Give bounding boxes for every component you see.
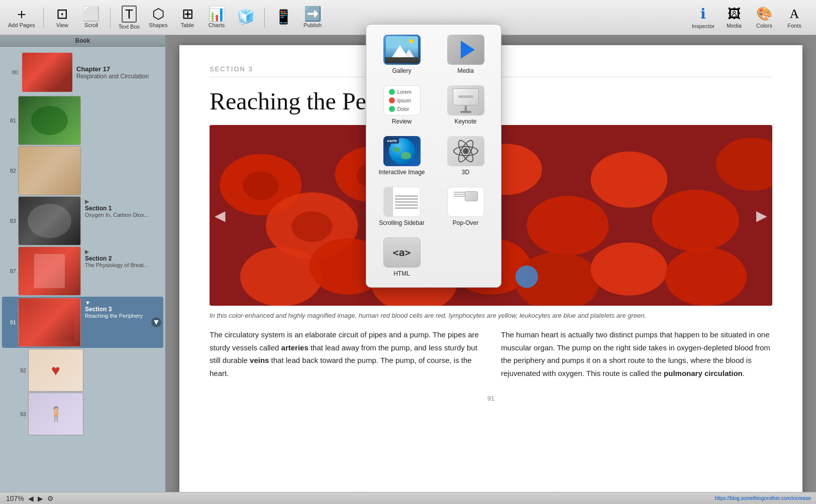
thumb-83	[18, 196, 81, 245]
sidebar: Book 80 Chapter 17 Respiration and Circu…	[0, 35, 166, 492]
widget-grid: Gallery Media Lorem Ipsum	[372, 32, 495, 280]
keynote-icon	[447, 85, 484, 115]
widget-interactive-image[interactable]: earth Interactive Image	[372, 133, 431, 179]
sidebar-page-81[interactable]: 81	[2, 96, 163, 145]
view-button[interactable]: ⊡ View	[49, 3, 76, 33]
page-num-83: 83	[2, 196, 18, 245]
section-3-info: ▼ Section 3 Reaching the Periphery	[84, 298, 151, 347]
sidebar-section-1[interactable]: 83 ▶ Section 1 Oxygen In, Carbon Diox...	[2, 196, 163, 245]
colors-button[interactable]: 🎨 Colors	[752, 3, 777, 33]
review-label: Review	[392, 118, 412, 125]
widget-button[interactable]: 🧊	[232, 3, 259, 33]
section-3-down-icon[interactable]: ▼	[151, 317, 161, 327]
popover-bubble	[465, 191, 478, 201]
sidebar-content[interactable]: 80 Chapter 17 Respiration and Circulatio…	[0, 47, 165, 492]
media-toolbar-label: Media	[727, 23, 742, 29]
zoom-level[interactable]: 107%	[5, 495, 25, 502]
thumb-img-91	[19, 298, 80, 346]
thumb-img-87	[19, 247, 80, 295]
charts-label: Charts	[209, 22, 225, 28]
popover-icon	[447, 187, 484, 217]
inspector-label: Inspector	[692, 23, 715, 29]
section-3-expand[interactable]: ▼	[85, 300, 148, 306]
section-1-info: ▶ Section 1 Oxygen In, Carbon Diox...	[84, 196, 163, 245]
zoom-up-button[interactable]: ▶	[37, 495, 44, 502]
keynote-bar	[458, 95, 473, 98]
gallery-label: Gallery	[392, 67, 411, 74]
text-box-label: Text Box	[119, 24, 140, 30]
page-num-87: 87	[2, 246, 18, 296]
interactive-image-icon: earth	[383, 136, 421, 166]
sidebar-section-2[interactable]: 87 ▶ Section 2 The Physiology of Breat..…	[2, 246, 163, 296]
popover-page	[452, 190, 479, 214]
charts-button[interactable]: 📊 Charts	[203, 3, 230, 33]
widget-popup: Gallery Media Lorem Ipsum	[366, 24, 501, 288]
widget-keynote[interactable]: Keynote	[436, 82, 495, 128]
chapter-number: Chapter 17	[76, 65, 159, 73]
thumb-82	[18, 146, 81, 195]
zoom-settings-button[interactable]: ⚙	[46, 495, 55, 502]
widget-media[interactable]: Media	[436, 32, 495, 77]
svg-point-10	[240, 247, 322, 306]
media-toolbar-button[interactable]: 🖼 Media	[722, 3, 747, 33]
fonts-icon: A	[790, 7, 799, 22]
earth-label: earth	[385, 138, 399, 144]
add-pages-button[interactable]: ＋ Add Pages	[5, 3, 38, 33]
widget-review[interactable]: Lorem Ipsum Dolor Review	[372, 82, 431, 128]
chapter-item[interactable]: 80 Chapter 17 Respiration and Circulatio…	[2, 50, 163, 95]
publish-arrow-button[interactable]: ➡️ Publish	[299, 3, 326, 33]
scroll-line-2	[395, 198, 418, 200]
widget-html[interactable]: <a> HTML	[372, 234, 431, 280]
section-1-expand[interactable]: ▶	[85, 198, 160, 205]
widget-gallery[interactable]: Gallery	[372, 32, 431, 77]
fonts-button[interactable]: A Fonts	[782, 3, 807, 33]
atom-container	[452, 139, 479, 164]
inspector-button[interactable]: ℹ Inspector	[690, 3, 717, 33]
svg-point-20	[243, 171, 278, 200]
sidebar-page-82[interactable]: 82	[2, 146, 163, 195]
table-label: Table	[181, 22, 194, 28]
text-box-button[interactable]: T Text Box	[116, 3, 143, 33]
sidebar-page-93[interactable]: 93 🧍	[12, 393, 163, 435]
earth-continent-1	[393, 147, 400, 152]
sidebar-section-3[interactable]: 91 ▼ Section 3 Reaching the Periphery ▼	[2, 297, 163, 348]
prev-page-button[interactable]: ◀	[215, 207, 226, 224]
svg-point-7	[591, 152, 668, 208]
page-num-93: 93	[12, 393, 28, 435]
col1-text: The circulatory system is an elaborate c…	[210, 328, 481, 380]
shapes-button[interactable]: ⬡ Shapes	[145, 3, 172, 33]
widget-3d[interactable]: 3D	[436, 133, 495, 179]
thumb-92: ♥	[28, 349, 83, 392]
widget-popover[interactable]: Pop-Over	[436, 184, 495, 229]
text-box-icon: T	[122, 6, 137, 23]
url-bar: https://blog.somethingorother.com/increa…	[58, 495, 811, 501]
table-icon: ⊞	[182, 7, 193, 21]
keynote-screen	[453, 88, 479, 105]
review-dot-green2	[389, 106, 395, 112]
widget-icon: 🧊	[237, 10, 255, 24]
toolbar-sep-2	[110, 8, 111, 28]
popover-label: Pop-Over	[453, 219, 478, 226]
interactive-image-label: Interactive Image	[378, 169, 425, 176]
sidebar-page-92[interactable]: 92 ♥	[12, 349, 163, 392]
scroll-line-3	[395, 201, 418, 203]
section-2-expand[interactable]: ▶	[85, 248, 160, 255]
svg-point-18	[516, 266, 538, 288]
svg-point-21	[291, 211, 332, 242]
earth-continent-2	[401, 152, 411, 159]
scroll-button[interactable]: ⬜ Scroll	[78, 3, 105, 33]
device-preview-button[interactable]: 📱	[270, 3, 297, 33]
3d-label: 3D	[462, 169, 469, 176]
next-page-button[interactable]: ▶	[756, 207, 767, 224]
table-button[interactable]: ⊞ Table	[174, 3, 201, 33]
html-label: HTML	[393, 270, 410, 277]
review-row-2: Ipsum	[389, 97, 411, 103]
zoom-down-button[interactable]: ◀	[27, 495, 35, 502]
widget-scrolling-sidebar[interactable]: Scrolling Sidebar	[372, 184, 431, 229]
toolbar-left-group: ＋ Add Pages ⊡ View ⬜ Scroll T Text Box ⬡…	[5, 3, 326, 33]
publish-label: Publish	[303, 22, 322, 28]
html-icon: <a>	[383, 237, 421, 268]
html-text: <a>	[392, 246, 411, 259]
add-pages-label: Add Pages	[8, 22, 35, 28]
thumb-81	[18, 96, 81, 145]
